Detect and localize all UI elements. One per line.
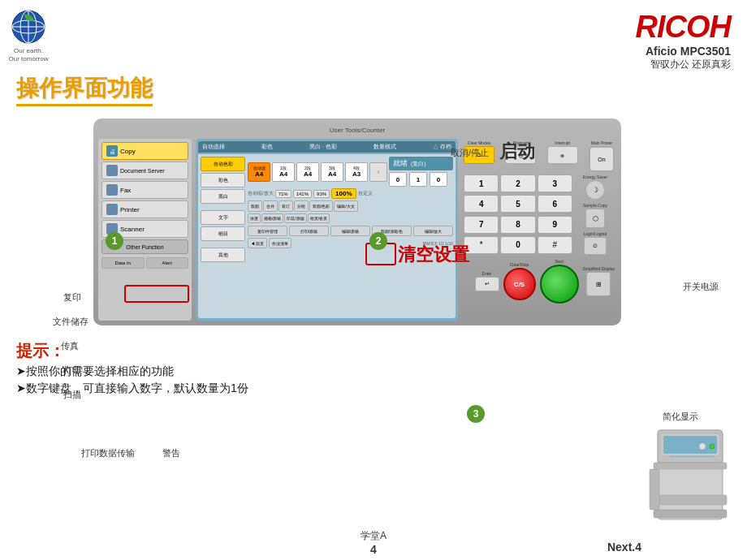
login-logout-button[interactable]: ⊙ [584, 237, 607, 255]
copy-btn-label: Copy [120, 148, 136, 155]
paper-upload-btn[interactable]: ↑ [369, 162, 387, 182]
alert-button[interactable]: Alert [146, 257, 189, 269]
nav-btn-3[interactable]: 编辑/原稿 [330, 226, 370, 236]
nav-btn-5[interactable]: 编辑/放大 [413, 226, 453, 236]
paper-a4-2-btn[interactable]: 2段 A4 [296, 162, 319, 182]
warning-label: 警告 [162, 447, 180, 459]
auto-paper-size: A4 [255, 170, 263, 178]
auto-paper-btn[interactable]: 自动选 A4 [248, 162, 270, 182]
text-mode-btn[interactable]: 文字 [201, 210, 245, 225]
pages-btn[interactable]: 组页/各页 [308, 213, 330, 223]
paper-a3-btn[interactable]: 4段 A3 [345, 162, 368, 182]
screen-search-label: △ 存档 [433, 143, 451, 151]
energy-saver-button[interactable]: ☽ [585, 180, 605, 200]
screen-color-label: 彩色 [261, 143, 273, 151]
screen-status: 就绪 (复白) [389, 157, 453, 170]
paper-a4-1-label: A4 [279, 170, 287, 178]
page-title-area: 操作界面功能 [0, 73, 747, 106]
clear-stop-short-label: C/S [514, 281, 525, 288]
work-queue-btn[interactable]: 作业清单 [269, 238, 291, 248]
num-6-button[interactable]: 6 [538, 195, 572, 213]
printer-button[interactable]: Printer [101, 200, 188, 218]
num-9-button[interactable]: 9 [538, 216, 572, 234]
density-btn[interactable]: 浓度 [248, 213, 261, 223]
next-page-label: Next.4 [607, 541, 641, 554]
print-edit-btn[interactable]: 印花/原版 [284, 213, 306, 223]
start-label-text: Start [555, 259, 563, 264]
main-power-label: Main Power [591, 140, 612, 145]
nav-btn-1[interactable]: 复印件管理 [248, 226, 287, 236]
energy-saver-group: Energy Saver ☽ [576, 174, 615, 200]
edit-btn[interactable]: 编辑/大文 [334, 200, 357, 212]
fine-mode-btn[interactable]: 细目 [201, 226, 245, 241]
scale-71-btn[interactable]: 71% [275, 190, 291, 198]
color-mode-btn[interactable]: 彩色 [201, 173, 245, 187]
sort-btn[interactable]: 分组 [294, 200, 309, 212]
enter-button[interactable]: ↵ [475, 277, 499, 291]
simplified-display-button[interactable]: ⊞ [586, 272, 611, 296]
duplex-btn[interactable]: 双面 [248, 200, 262, 212]
logo-text: Our earth. Our tomorrow [9, 47, 49, 64]
combine-btn[interactable]: 合并 [263, 200, 278, 212]
login-logout-label-text: Login/Logout [584, 231, 607, 236]
num-2-button[interactable]: 2 [500, 174, 535, 192]
scan-fn-label: 扫描 [63, 389, 81, 401]
printer-btn-label: Printer [120, 206, 140, 213]
bw-mode-btn[interactable]: 黑白 [201, 189, 245, 204]
prev-page-btn[interactable]: ◀ 前页 [248, 238, 267, 248]
paper-a4-1-btn[interactable]: 1段 A4 [272, 162, 295, 182]
side-controls-col: Energy Saver ☽ Sample Copy ⬡ Login/Logou… [576, 174, 615, 255]
paper-a3-label: A3 [352, 170, 361, 178]
page-number: 4 [361, 543, 386, 556]
num-5-button[interactable]: 5 [500, 195, 535, 213]
copy-function-button[interactable]: 🖨 Copy [101, 142, 188, 160]
scale-141-btn[interactable]: 141% [293, 190, 312, 198]
auto-color-mode-btn[interactable]: 自动色彩 [201, 157, 245, 171]
screen-body: 自动色彩 彩色 黑白 文字 细目 其他 自动选 [198, 154, 456, 318]
main-power-button[interactable]: On [589, 146, 615, 172]
clear-modes-label: Clear Modes [468, 140, 490, 145]
scale-93-btn[interactable]: 93% [313, 190, 330, 198]
nav-btn-2[interactable]: 打印/原稿 [289, 226, 329, 236]
doc-server-label: Document Server [120, 168, 164, 174]
data-alert-row: Data In Alert [101, 257, 188, 269]
num-4-button[interactable]: 4 [464, 195, 499, 213]
size-btn[interactable]: 规格/原稿 [261, 213, 283, 223]
scale-row: 自动缩/放大 71% 141% 93% 100% 自定义 [248, 188, 453, 199]
num-1-button[interactable]: 1 [464, 174, 499, 192]
paper-a4-3-btn[interactable]: 3段 A4 [321, 162, 343, 182]
mode-buttons-col: 自动色彩 彩色 黑白 文字 细目 其他 [201, 157, 245, 316]
start-action-label: 启动 [499, 140, 535, 164]
staple-btn[interactable]: 装订 [279, 200, 293, 212]
start-button[interactable] [540, 265, 579, 304]
num-3-button[interactable]: 3 [538, 174, 572, 192]
screen-right-content: 自动选 A4 1段 A4 2段 A4 [248, 157, 453, 316]
ricoh-brand: RICOH [636, 10, 731, 45]
other-mode-btn[interactable]: 其他 [201, 248, 245, 262]
simplified-display-label-ext: 简化显示 [663, 411, 698, 423]
num-7-button[interactable]: 7 [464, 216, 499, 234]
sample-copy-button[interactable]: ⬡ [585, 209, 605, 228]
svg-rect-12 [663, 436, 717, 454]
scale-100-btn[interactable]: 100% [331, 188, 356, 199]
custom-scale-label: 自定义 [358, 190, 373, 197]
svg-point-13 [699, 443, 706, 450]
badge-1: 1 [106, 232, 123, 250]
num-hash-button[interactable]: # [538, 236, 572, 254]
paper-row: 自动选 A4 1段 A4 2段 A4 [248, 157, 453, 187]
doc-server-button[interactable]: Document Server [101, 162, 188, 179]
data-in-button[interactable]: Data In [101, 257, 145, 269]
main-power-group: Main Power On [589, 140, 615, 172]
copy-color-btn[interactable]: 双面/色彩 [309, 200, 333, 212]
cancel-stop-label: 取消/停止 [451, 147, 489, 159]
user-tools-label: User Tools/Counter [330, 127, 385, 134]
screen-title-area: 就绪 (复白) 0 1 0 [389, 157, 453, 187]
interrupt-button[interactable]: ⊗ [547, 146, 578, 164]
fax-button[interactable]: Fax [101, 181, 188, 199]
printer-image-area [646, 422, 735, 528]
alert-label: Alert [162, 261, 172, 265]
num-8-button[interactable]: 8 [500, 216, 535, 234]
clear-stop-button[interactable]: C/S [503, 268, 536, 300]
copy-btn-icon: 🖨 [106, 145, 118, 157]
num-0-button[interactable]: 0 [500, 236, 535, 254]
